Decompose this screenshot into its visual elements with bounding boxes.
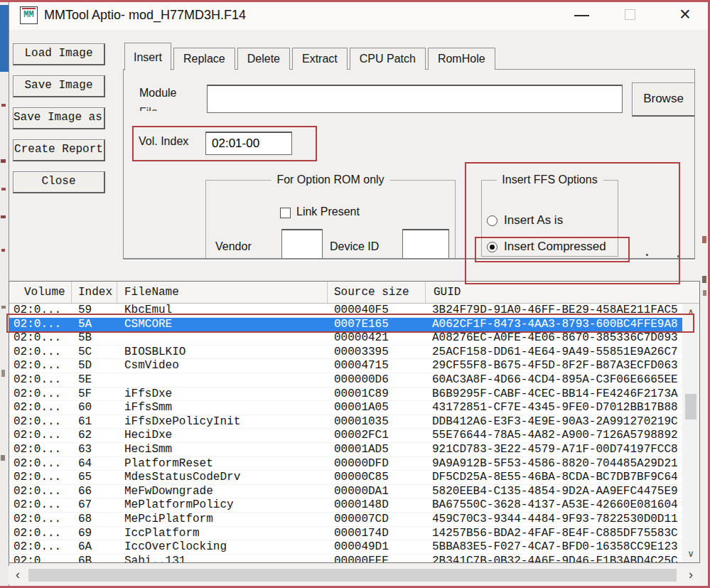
radio-option-insert-compressed[interactable]: Insert Compressed — [487, 240, 607, 254]
table-row[interactable]: 02:0...5ACSMCORE0007E165A062CF1F-8473-4A… — [9, 318, 683, 332]
table-row[interactable]: 02:0...63HeciSmm00001AD5921CD783-3E22-45… — [9, 443, 683, 457]
column-header-index[interactable]: Index — [72, 282, 117, 303]
table-row[interactable]: 02:0...5B00000421A08276EC-A0FE-4E06-8670… — [9, 331, 683, 346]
cell-source-size: 00001A05 — [328, 401, 426, 415]
vertical-scrollbar-thumb[interactable] — [685, 394, 696, 419]
cell-index: 69 — [72, 527, 117, 540]
app-icon: MM — [20, 6, 38, 24]
cell-source-size: 00004715 — [328, 359, 426, 373]
column-header-source-size[interactable]: Source size — [328, 282, 426, 303]
scroll-right-icon[interactable]: › — [682, 566, 700, 584]
column-header-volume[interactable]: Volume — [9, 282, 72, 303]
cell-filename: MePlatformPolicy — [117, 498, 328, 512]
cell-volume: 02:0... — [9, 498, 72, 512]
cell-index: 64 — [72, 457, 117, 471]
tab-insert[interactable]: Insert — [124, 43, 171, 70]
horizontal-scrollbar-thumb[interactable] — [28, 569, 677, 582]
background-artifact — [1, 455, 5, 461]
insert-tab-panel: Module File Browse Vol. Index For Option… — [123, 69, 695, 260]
radio-option-insert-as-is[interactable]: Insert As is — [487, 213, 607, 228]
table-row[interactable]: 02:0...66MeFwDowngrade00000DA15820EEB4-C… — [9, 485, 683, 499]
cell-source-size: 00000421 — [328, 331, 426, 345]
radio-option-label: Insert As is — [504, 213, 607, 228]
cell-guid: 25ACF158-DD61-4E64-9A49-55851E9A26C7 — [426, 346, 683, 359]
background-artifact — [1, 104, 6, 107]
column-header-guid[interactable]: GUID — [426, 282, 699, 303]
table-row[interactable]: 02:0...69IccPlatform0000174D14257B56-BDA… — [9, 527, 683, 541]
cell-filename: MeFwDowngrade — [117, 485, 328, 498]
cell-source-size: 00000C85 — [328, 471, 426, 484]
cell-index: 5D — [72, 359, 117, 373]
cell-index: 6A — [72, 540, 117, 554]
table-row[interactable]: 02:0...6AIccOverClocking000049D15BBA83E5… — [9, 540, 683, 555]
cell-guid: 5820EEB4-C135-4854-9D2A-AA9EFC4475E9 — [426, 485, 683, 498]
cell-source-size: 000040F5 — [328, 304, 426, 317]
table-row[interactable]: 02:0...59KbcEmul000040F53B24F79D-91A0-46… — [9, 304, 683, 318]
maximize-icon[interactable] — [625, 9, 635, 20]
table-row[interactable]: 02:0...64PlatformReset00000DFD9A9A912B-5… — [9, 457, 683, 471]
table-row[interactable]: 02:06BSabi..13100000FFE2B341C7B-0B32-4A6… — [9, 555, 683, 562]
sidebar-button-save-image-as[interactable]: Save Image as.. — [13, 107, 105, 129]
cell-index: 5F — [72, 387, 117, 401]
background-artifact — [1, 188, 6, 191]
cell-source-size: 00000DA1 — [328, 485, 426, 498]
background-artifact — [1, 215, 6, 218]
cell-filename: CSMCORE — [117, 318, 328, 331]
cell-index: 59 — [72, 304, 117, 317]
close-icon[interactable]: × — [673, 1, 697, 28]
cell-source-size: 00001C89 — [328, 387, 426, 401]
minimize-icon[interactable] — [574, 15, 589, 16]
cell-guid: DDB412A6-E3F3-4E9E-90A3-2A991270219C — [426, 415, 683, 429]
radio-icon — [487, 215, 497, 226]
cell-filename: MdesStatusCodeDrv — [117, 471, 328, 484]
background-artifact — [1, 370, 5, 377]
background-window-titlebar — [0, 5, 9, 72]
cell-filename: MePciPlatform — [117, 513, 328, 526]
scroll-left-icon[interactable]: ‹ — [9, 566, 27, 584]
table-row[interactable]: 02:0...5CBIOSBLKIO0000339525ACF158-DD61-… — [9, 346, 683, 360]
table-row[interactable]: 02:0...65MdesStatusCodeDrv00000C85DF5CD2… — [9, 471, 683, 485]
cell-index: 5E — [72, 373, 117, 387]
table-row[interactable]: 02:0...5FiFfsDxe00001C89B6B9295F-CABF-4C… — [9, 387, 683, 402]
cell-filename: CsmVideo — [117, 359, 328, 373]
cell-volume: 02:0... — [9, 415, 72, 429]
horizontal-scrollbar[interactable]: ‹ › — [9, 566, 700, 584]
table-header: Volume Index FileName Source size GUID — [9, 282, 699, 304]
window-frame-top — [0, 0, 710, 2]
cell-guid: 29CF55F8-B675-4F5D-8F2F-B87A3ECFD063 — [426, 359, 683, 373]
scroll-down-icon[interactable]: ∨ — [682, 545, 699, 562]
sidebar-button-create-report[interactable]: Create Report — [13, 139, 105, 161]
sidebar-button-save-image[interactable]: Save Image — [13, 75, 105, 97]
cell-volume: 02:0... — [9, 331, 72, 345]
cell-index: 65 — [72, 471, 117, 484]
tab-delete[interactable]: Delete — [237, 48, 290, 70]
table-row[interactable]: 02:0...68MePciPlatform000007CD459C70C3-9… — [9, 513, 683, 527]
table-row[interactable]: 02:0...62HeciDxe00002FC155E76644-78A5-4A… — [9, 429, 683, 443]
window-title: MMTool Aptio- mod_H77MD3H.F14 — [44, 8, 246, 23]
table-row[interactable]: 02:0...5DCsmVideo0000471529CF55F8-B675-4… — [9, 359, 683, 373]
sidebar-button-load-image[interactable]: Load Image — [13, 43, 105, 65]
sidebar-button-close[interactable]: Close — [13, 171, 105, 193]
table-row[interactable]: 02:0...60iFfsSmm00001A0543172851-CF7E-43… — [9, 401, 683, 415]
table-row[interactable]: 02:0...5E000000D660AC3A8F-4D66-4CD4-895A… — [9, 373, 683, 387]
background-artifact — [677, 255, 679, 257]
tab-cpu-patch[interactable]: CPU Patch — [350, 48, 426, 70]
cell-volume: 02:0... — [9, 457, 72, 471]
background-artifact — [1, 249, 5, 252]
cell-source-size: 00001AD5 — [328, 443, 426, 456]
cell-source-size: 00000DFD — [328, 457, 426, 471]
cell-source-size: 00001035 — [328, 415, 426, 429]
table-row[interactable]: 02:0...61iFfsDxePolicyInit00001035DDB412… — [9, 415, 683, 429]
column-header-filename[interactable]: FileName — [117, 282, 328, 303]
table-row[interactable]: 02:0...67MePlatformPolicy0000148DBA67550… — [9, 498, 683, 513]
tab-extract[interactable]: Extract — [292, 48, 348, 70]
tab-replace[interactable]: Replace — [173, 48, 235, 70]
background-artifact — [1, 306, 6, 309]
titlebar: MM MMTool Aptio- mod_H77MD3H.F14 × — [9, 2, 708, 30]
cell-filename — [117, 373, 328, 387]
tab-romhole[interactable]: RomHole — [428, 48, 495, 70]
background-artifact — [646, 254, 648, 256]
scroll-up-icon[interactable]: ∧ — [682, 304, 699, 321]
cell-filename: BIOSBLKIO — [117, 346, 328, 359]
vertical-scrollbar[interactable]: ∧ ∨ — [682, 304, 699, 562]
